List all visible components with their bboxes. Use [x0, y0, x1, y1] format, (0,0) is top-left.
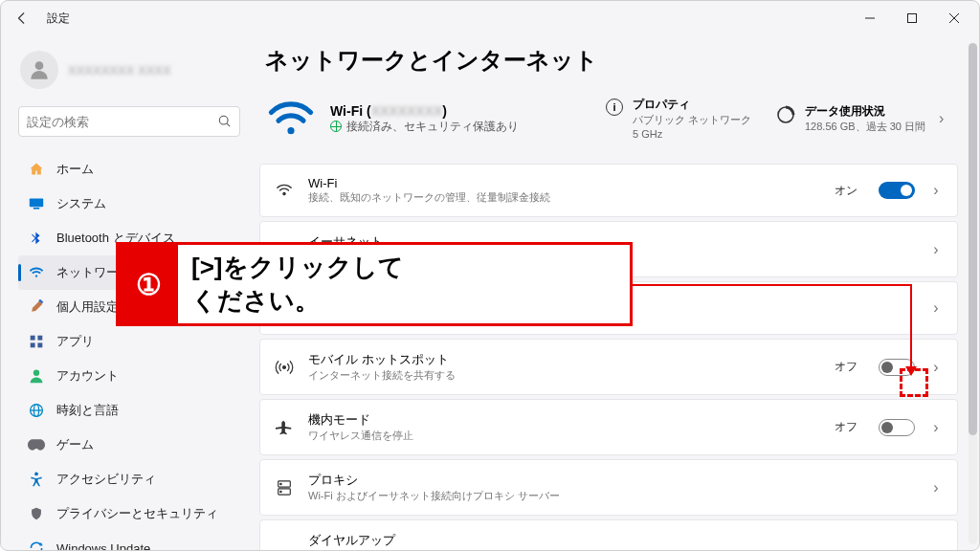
- page-title: ネットワークとインターネット: [265, 45, 958, 76]
- connected-globe-icon: [330, 121, 342, 132]
- svg-rect-10: [31, 342, 35, 347]
- svg-point-3: [219, 116, 228, 124]
- setting-item-dialup[interactable]: ダイヤルアップ: [259, 519, 958, 550]
- setting-item-proxy[interactable]: プロキシ Wi-Fi およびイーサネット接続向けプロキシ サーバー ›: [259, 459, 958, 516]
- sidebar-item-label: アプリ: [56, 333, 94, 350]
- user-name: XXXXXXXX XXXX: [68, 63, 171, 77]
- item-state: オフ: [835, 359, 858, 375]
- properties-link[interactable]: i プロパティ パブリック ネットワーク 5 GHz: [606, 97, 763, 141]
- close-button[interactable]: [933, 4, 975, 33]
- svg-rect-5: [30, 198, 43, 207]
- wifi-icon: [274, 182, 295, 199]
- chevron-right-icon[interactable]: ›: [928, 299, 944, 317]
- sidebar-item-system[interactable]: システム: [18, 187, 240, 221]
- instruction-target-highlight: [900, 368, 928, 397]
- sidebar-item-label: 個人用設定: [56, 298, 119, 316]
- brush-icon: [28, 298, 45, 316]
- search-icon: [218, 115, 232, 128]
- info-icon: i: [606, 99, 623, 116]
- search-box[interactable]: [18, 106, 240, 137]
- item-sub: ワイヤレス通信を停止: [308, 429, 821, 443]
- svg-rect-9: [37, 336, 42, 341]
- sidebar-item-accounts[interactable]: アカウント: [18, 359, 240, 393]
- gamepad-icon: [28, 436, 45, 453]
- hotspot-icon: [274, 360, 295, 375]
- svg-point-24: [280, 483, 281, 484]
- wifi-icon: [28, 264, 45, 281]
- sidebar-item-privacy[interactable]: プライバシーとセキュリティ: [18, 496, 240, 531]
- maximize-button[interactable]: [891, 4, 933, 33]
- chevron-right-icon[interactable]: ›: [928, 241, 944, 258]
- avatar: [20, 51, 58, 89]
- svg-rect-8: [31, 336, 35, 341]
- svg-point-2: [35, 61, 44, 70]
- properties-sub: パブリック ネットワーク 5 GHz: [633, 113, 751, 141]
- sidebar-item-update[interactable]: Windows Update: [18, 531, 240, 551]
- sidebar-item-label: システム: [56, 195, 106, 212]
- setting-item-wifi[interactable]: Wi-Fi 接続、既知のネットワークの管理、従量制課金接続 オン ›: [259, 164, 958, 217]
- chevron-right-icon[interactable]: ›: [928, 182, 944, 199]
- minimize-button[interactable]: [849, 4, 891, 33]
- titlebar: 設定: [1, 1, 979, 35]
- step-number: ①: [119, 245, 178, 323]
- instruction-arrow: [910, 284, 912, 368]
- item-title: ダイヤルアップ: [308, 532, 944, 549]
- bluetooth-icon: [28, 230, 45, 247]
- airplane-toggle[interactable]: [879, 419, 915, 436]
- scrollbar-thumb[interactable]: [969, 43, 977, 435]
- window-title: 設定: [47, 11, 70, 27]
- instruction-arrow: [633, 284, 912, 286]
- search-input[interactable]: [27, 115, 218, 129]
- properties-title: プロパティ: [633, 97, 751, 113]
- sidebar-item-timelang[interactable]: 時刻と言語: [18, 393, 240, 428]
- data-usage-link[interactable]: データ使用状況 128.56 GB、過去 30 日間 ›: [776, 103, 958, 133]
- sidebar-item-label: プライバシーとセキュリティ: [56, 505, 218, 522]
- svg-rect-1: [908, 14, 917, 23]
- sidebar-item-label: 時刻と言語: [56, 402, 119, 419]
- data-usage-title: データ使用状況: [805, 103, 925, 120]
- item-title: 機内モード: [308, 411, 821, 429]
- svg-line-4: [227, 123, 230, 126]
- globe-icon: [28, 402, 45, 419]
- data-usage-sub: 128.56 GB、過去 30 日間: [805, 120, 925, 133]
- sidebar-item-gaming[interactable]: ゲーム: [18, 428, 240, 462]
- svg-point-25: [280, 491, 281, 492]
- chevron-right-icon[interactable]: ›: [928, 419, 944, 436]
- back-button[interactable]: [11, 7, 33, 30]
- user-account-row[interactable]: XXXXXXXX XXXX: [18, 43, 240, 97]
- network-status-row: Wi-Fi (XXXXXXXX) 接続済み、セキュリティ保護あり i プロパティ…: [259, 93, 958, 144]
- item-sub: インターネット接続を共有する: [308, 368, 821, 383]
- wifi-ssid: Wi-Fi (XXXXXXXX): [330, 103, 592, 119]
- apps-icon: [28, 333, 45, 350]
- account-icon: [28, 367, 45, 385]
- sidebar-item-label: ゲーム: [56, 436, 94, 453]
- accessibility-icon: [28, 471, 45, 488]
- svg-point-16: [34, 473, 38, 476]
- svg-rect-6: [33, 208, 39, 209]
- sidebar-item-accessibility[interactable]: アクセシビリティ: [18, 462, 240, 496]
- chevron-right-icon[interactable]: ›: [928, 359, 944, 376]
- wifi-icon: [265, 93, 317, 144]
- step-text: [>]をクリックして ください。: [178, 245, 630, 323]
- svg-point-21: [283, 365, 286, 368]
- item-state: オフ: [835, 419, 858, 435]
- sidebar-item-label: Windows Update: [56, 541, 150, 552]
- item-title: モバイル ホットスポット: [308, 351, 821, 368]
- wifi-toggle[interactable]: [879, 182, 915, 199]
- airplane-icon: [274, 419, 295, 436]
- sidebar-item-apps[interactable]: アプリ: [18, 324, 240, 359]
- chevron-right-icon[interactable]: ›: [928, 479, 944, 496]
- sidebar-item-label: アカウント: [56, 367, 119, 385]
- sidebar-item-home[interactable]: ホーム: [18, 152, 240, 187]
- item-sub: 接続、既知のネットワークの管理、従量制課金接続: [308, 190, 821, 205]
- proxy-icon: [274, 479, 295, 496]
- setting-item-airplane[interactable]: 機内モード ワイヤレス通信を停止 オフ ›: [259, 399, 958, 455]
- svg-point-12: [33, 370, 39, 376]
- shield-icon: [28, 505, 45, 522]
- sidebar-item-label: アクセシビリティ: [56, 471, 156, 488]
- setting-item-hotspot[interactable]: モバイル ホットスポット インターネット接続を共有する オフ ›: [259, 339, 958, 395]
- data-usage-icon: [776, 105, 795, 124]
- item-title: Wi-Fi: [308, 176, 821, 190]
- svg-rect-11: [37, 342, 42, 347]
- item-state: オン: [835, 183, 858, 199]
